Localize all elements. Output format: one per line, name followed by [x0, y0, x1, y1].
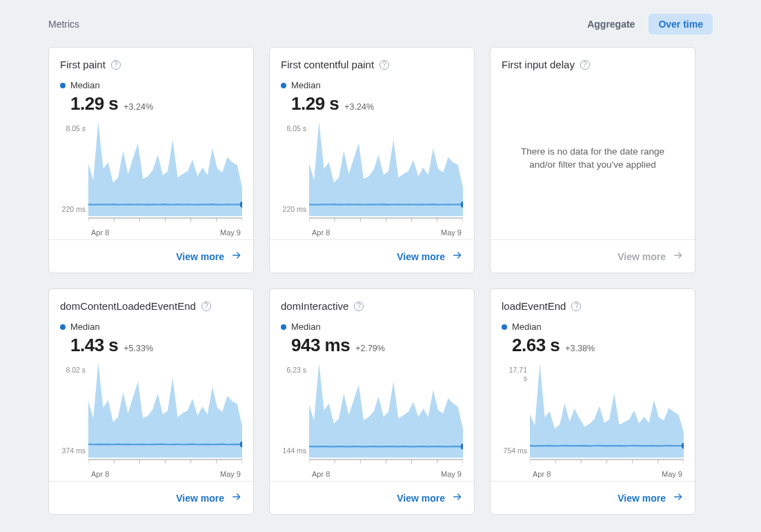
metric-card-first-contentful-paint: First contentful paint ? Median 1.29 s +… [269, 47, 475, 273]
legend-dot [281, 324, 286, 330]
card-title: loadEventEnd [502, 300, 566, 312]
metric-card-load-event-end: loadEventEnd ? Median 2.63 s +3.38% 17.7… [490, 288, 695, 515]
help-icon[interactable]: ? [111, 60, 121, 70]
metric-value: 943 ms [291, 335, 350, 356]
chart: 8.05 s 220 ms [60, 121, 242, 226]
view-toggle: Aggregate Over time [577, 14, 713, 35]
legend-dot [60, 324, 66, 330]
y-max: 6.23 s [281, 366, 306, 374]
y-min: 144 ms [281, 446, 306, 455]
x-start: Apr 8 [533, 470, 551, 478]
legend-label: Median [291, 80, 321, 90]
view-more-link[interactable]: View more [617, 491, 684, 504]
chart: 8.02 s 374 ms [60, 363, 242, 467]
view-more-link[interactable]: View more [176, 491, 242, 504]
legend-label: Median [70, 322, 100, 332]
legend-dot [502, 324, 507, 330]
arrow-right-icon [452, 250, 463, 263]
x-end: May 9 [220, 470, 241, 478]
x-start: Apr 8 [312, 228, 330, 237]
arrow-right-icon [452, 491, 463, 504]
y-min: 220 ms [60, 205, 86, 213]
legend-dot [60, 83, 66, 88]
x-start: Apr 8 [91, 228, 109, 237]
y-min: 220 ms [281, 205, 306, 213]
x-end: May 9 [441, 470, 462, 478]
help-icon[interactable]: ? [580, 60, 590, 70]
metrics-header: Metrics Aggregate Over time [17, 14, 744, 35]
metric-delta: +3.24% [123, 102, 153, 112]
legend-label: Median [512, 322, 542, 332]
view-more-link[interactable]: View more [176, 250, 242, 263]
x-end: May 9 [220, 228, 241, 237]
chart: 17.71s 754 ms [502, 363, 684, 467]
metric-card-dom-content-loaded: domContentLoadedEventEnd ? Median 1.43 s… [48, 288, 254, 515]
metric-value: 2.63 s [512, 335, 560, 356]
card-title: First paint [60, 59, 106, 70]
card-title: domInteractive [281, 300, 348, 312]
chart: 8.05 s 220 ms [281, 121, 463, 226]
metric-delta: +2.79% [355, 344, 385, 353]
y-min: 374 ms [60, 446, 86, 455]
legend-dot [281, 83, 286, 88]
toggle-aggregate[interactable]: Aggregate [577, 14, 644, 35]
chart: 6.23 s 144 ms [281, 363, 463, 467]
arrow-right-icon [231, 250, 242, 263]
y-max: 8.02 s [60, 366, 86, 374]
metric-delta: +5.33% [123, 344, 153, 353]
section-title: Metrics [48, 19, 79, 30]
metric-card-dom-interactive: domInteractive ? Median 943 ms +2.79% 6.… [269, 288, 475, 515]
y-max: 8.05 s [281, 124, 306, 132]
legend-label: Median [70, 80, 100, 90]
y-min: 754 ms [502, 446, 527, 455]
metric-card-first-input-delay: First input delay ? There is no data for… [490, 47, 695, 273]
view-more-link[interactable]: View more [397, 250, 463, 263]
help-icon[interactable]: ? [571, 302, 581, 311]
arrow-right-icon [231, 491, 242, 504]
legend-label: Median [291, 322, 321, 332]
card-title: domContentLoadedEventEnd [60, 300, 196, 312]
metric-card-first-paint: First paint ? Median 1.29 s +3.24% 8.05 … [48, 47, 254, 273]
metric-value: 1.43 s [70, 335, 118, 356]
metric-value: 1.29 s [70, 93, 118, 115]
help-icon[interactable]: ? [354, 302, 364, 311]
y-max: 17.71s [502, 366, 527, 382]
x-start: Apr 8 [91, 470, 109, 478]
help-icon[interactable]: ? [201, 302, 211, 311]
metric-delta: +3.38% [565, 344, 595, 353]
empty-state: There is no data for the date range and/… [502, 80, 684, 237]
toggle-over-time[interactable]: Over time [649, 14, 713, 35]
card-title: First input delay [502, 59, 575, 70]
arrow-right-icon [673, 250, 684, 263]
help-icon[interactable]: ? [379, 60, 389, 70]
y-max: 8.05 s [60, 124, 86, 132]
x-start: Apr 8 [312, 470, 330, 478]
metric-value: 1.29 s [291, 93, 339, 115]
metric-delta: +3.24% [344, 102, 374, 112]
card-title: First contentful paint [281, 59, 374, 70]
view-more-link[interactable]: View more [397, 491, 463, 504]
x-end: May 9 [441, 228, 462, 237]
x-end: May 9 [662, 470, 682, 478]
view-more-link: View more [617, 250, 684, 263]
arrow-right-icon [673, 491, 684, 504]
